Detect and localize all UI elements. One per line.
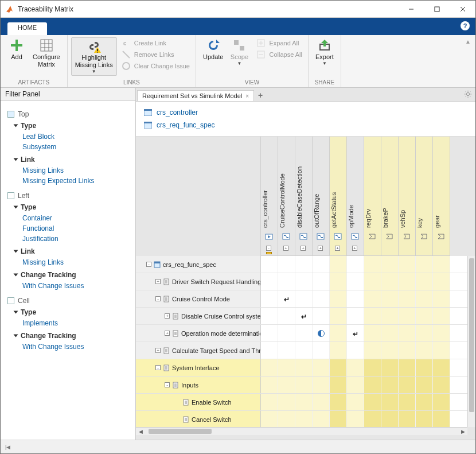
matrix-cell[interactable]	[364, 256, 381, 273]
filter-cell-ct-heading[interactable]: Change Tracking	[14, 332, 128, 340]
add-artifact-button[interactable]: Add	[4, 37, 29, 62]
table-row[interactable]: Enable Switch	[136, 394, 467, 411]
matrix-cell[interactable]	[261, 290, 278, 307]
matrix-cell[interactable]	[347, 377, 364, 393]
help-icon[interactable]: ?	[461, 21, 470, 30]
matrix-cell[interactable]	[433, 411, 450, 427]
matrix-cell[interactable]	[416, 273, 433, 290]
matrix-cell[interactable]	[433, 290, 450, 307]
filter-left-link-heading[interactable]: Link	[14, 247, 128, 255]
matrix-cell[interactable]	[313, 411, 330, 427]
matrix-cell[interactable]	[295, 325, 313, 342]
matrix-cell[interactable]	[381, 325, 399, 342]
table-row[interactable]: -Inputs	[136, 377, 467, 394]
matrix-cell[interactable]	[295, 342, 313, 359]
column-expand-toggle[interactable]: +	[301, 246, 306, 251]
matrix-cell[interactable]	[330, 256, 347, 273]
matrix-cell[interactable]	[399, 394, 416, 410]
scroll-left-icon[interactable]: ◀	[137, 428, 144, 435]
matrix-cell[interactable]	[313, 273, 330, 290]
matrix-cell[interactable]	[313, 290, 330, 307]
matrix-cell[interactable]	[295, 273, 313, 290]
matrix-cell[interactable]	[433, 308, 450, 324]
matrix-cell[interactable]	[433, 342, 450, 359]
close-button[interactable]	[450, 1, 475, 18]
matrix-cell[interactable]	[278, 273, 295, 290]
matrix-cell[interactable]	[313, 325, 330, 342]
matrix-cell[interactable]	[278, 308, 295, 324]
filter-top-link-heading[interactable]: Link	[14, 156, 128, 164]
matrix-cell[interactable]	[433, 273, 450, 290]
column-expand-toggle[interactable]: -	[266, 246, 271, 251]
table-row[interactable]: +Disable Cruise Control system↵	[136, 308, 467, 325]
update-button[interactable]: Update	[200, 37, 227, 62]
matrix-cell[interactable]	[278, 359, 295, 376]
filter-justification[interactable]: Justification	[22, 234, 128, 244]
matrix-cell[interactable]	[295, 377, 313, 393]
matrix-cell[interactable]	[313, 394, 330, 410]
filter-implements[interactable]: Implements	[22, 318, 128, 328]
filter-left-change-issues[interactable]: With Change Issues	[22, 281, 128, 291]
filter-section-cell[interactable]: Cell	[7, 297, 128, 305]
filter-cell-type-heading[interactable]: Type	[14, 308, 128, 316]
row-expand-toggle[interactable]: +	[155, 279, 161, 284]
matrix-cell[interactable]	[399, 290, 416, 307]
tab-home[interactable]: HOME	[7, 22, 47, 35]
matrix-cell[interactable]	[313, 256, 330, 273]
matrix-cell[interactable]	[313, 359, 330, 376]
matrix-cell[interactable]	[416, 377, 433, 393]
column-expand-toggle[interactable]: +	[283, 246, 288, 251]
matrix-cell[interactable]	[433, 325, 450, 342]
matrix-cell[interactable]	[433, 394, 450, 410]
row-label[interactable]: Cancel Switch	[136, 411, 261, 427]
column-header[interactable]: disableCaseDetection+	[295, 137, 313, 256]
matrix-cell[interactable]	[399, 308, 416, 324]
row-expand-toggle[interactable]: -	[165, 382, 170, 387]
filter-container[interactable]: Container	[22, 213, 128, 223]
matrix-cell[interactable]	[416, 325, 433, 342]
matrix-cell[interactable]	[347, 273, 364, 290]
matrix-cell[interactable]	[330, 308, 347, 324]
matrix-cell[interactable]	[313, 308, 330, 324]
matrix-cell[interactable]	[364, 342, 381, 359]
filter-left-ct-heading[interactable]: Change Tracking	[14, 271, 128, 279]
matrix-cell[interactable]	[364, 359, 381, 376]
matrix-cell[interactable]	[399, 342, 416, 359]
table-row[interactable]: +Operation mode determination↵	[136, 325, 467, 342]
doc-tab-reqset-vs-model[interactable]: Requirement Set vs Simulink Model ×	[137, 90, 254, 101]
matrix-cell[interactable]	[364, 377, 381, 393]
matrix-cell[interactable]	[364, 411, 381, 427]
column-header[interactable]: key	[416, 137, 433, 256]
row-expand-toggle[interactable]: +	[165, 313, 170, 319]
highlight-missing-links-button[interactable]: Highlight Missing Links ▼	[71, 37, 117, 76]
column-expand-toggle[interactable]: +	[352, 246, 357, 251]
matrix-cell[interactable]	[347, 308, 364, 324]
row-label[interactable]: -crs_req_func_spec	[136, 256, 261, 273]
statusbar-caret-icon[interactable]: |◀	[5, 444, 10, 450]
matrix-cell[interactable]	[347, 359, 364, 376]
filter-subsystem[interactable]: Subsystem	[22, 142, 128, 152]
column-header[interactable]: vehSp	[399, 137, 416, 256]
column-expand-toggle[interactable]: +	[318, 246, 323, 251]
matrix-cell[interactable]	[399, 325, 416, 342]
column-header[interactable]: crs_controller-	[261, 137, 278, 256]
maximize-button[interactable]	[424, 1, 450, 18]
matrix-cell[interactable]	[381, 308, 399, 324]
matrix-cell[interactable]	[278, 394, 295, 410]
matrix-cell[interactable]	[330, 359, 347, 376]
matrix-cell[interactable]	[381, 342, 399, 359]
filter-section-top[interactable]: Top	[7, 110, 128, 118]
matrix-cell[interactable]	[330, 325, 347, 342]
table-row[interactable]: +Calculate Target Speed and Throttle	[136, 342, 467, 359]
row-expand-toggle[interactable]: +	[165, 331, 170, 336]
matrix-cell[interactable]	[364, 394, 381, 410]
column-header[interactable]: opMode+	[347, 137, 364, 256]
column-expand-toggle[interactable]: +	[335, 246, 340, 251]
matrix-cell[interactable]	[381, 290, 399, 307]
minimize-button[interactable]	[398, 1, 424, 18]
matrix-cell[interactable]	[347, 256, 364, 273]
matrix-cell[interactable]	[313, 377, 330, 393]
matrix-cell[interactable]	[364, 290, 381, 307]
row-label[interactable]: +Disable Cruise Control system	[136, 308, 261, 324]
matrix-cell[interactable]	[261, 394, 278, 410]
